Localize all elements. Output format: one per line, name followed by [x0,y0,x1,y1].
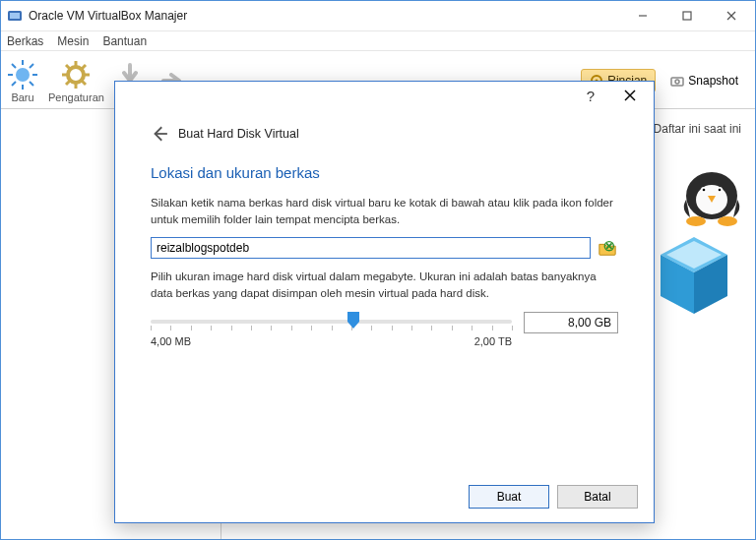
disk-size-input[interactable] [524,312,618,333]
svg-point-6 [16,68,30,82]
svg-line-11 [12,64,16,68]
titlebar: Oracle VM VirtualBox Manajer [1,1,755,30]
create-vdi-dialog: ? Buat Hard Disk Virtual Lokasi dan ukur… [114,81,655,523]
toolbar-settings-label: Pengaturan [48,91,104,103]
folder-icon [598,238,617,258]
close-button[interactable] [709,2,753,30]
svg-rect-3 [683,12,691,20]
file-description: Silakan ketik nama berkas hard disk virt… [151,195,618,227]
app-icon [7,8,23,24]
minimize-button[interactable] [620,2,664,30]
slider-thumb[interactable] [346,312,361,330]
disk-name-input[interactable] [151,237,591,259]
gear-icon [60,59,92,90]
svg-line-12 [30,82,33,86]
dialog-close-button[interactable] [610,83,650,108]
menu-file[interactable]: Berkas [7,31,43,50]
svg-rect-1 [10,13,20,19]
toolbar-new[interactable]: Baru [7,59,38,103]
svg-point-37 [718,216,737,226]
browse-folder-button[interactable] [597,237,618,259]
wizard-title: Buat Hard Disk Virtual [178,127,299,141]
menubar: Berkas Mesin Bantuan [1,30,755,50]
svg-line-21 [82,81,86,85]
svg-line-22 [82,65,86,69]
svg-rect-27 [671,78,683,86]
snapshot-toggle[interactable]: Snapshot [662,69,747,92]
svg-point-36 [686,216,706,226]
cancel-button[interactable]: Batal [557,485,638,509]
section-heading: Lokasi dan ukuran berkas [151,164,618,181]
toolbar-new-label: Baru [11,91,33,103]
create-button[interactable]: Buat [469,485,549,509]
menu-help[interactable]: Bantuan [102,31,147,50]
toolbar-settings[interactable]: Pengaturan [48,59,104,103]
snapshot-label: Snapshot [688,74,738,88]
slider-min-label: 4,00 MB [151,335,191,347]
window-title: Oracle VM VirtualBox Manajer [29,9,620,23]
virtualbox-mascot [643,166,751,324]
slider-max-label: 2,00 TB [474,335,512,347]
back-button[interactable] [151,125,168,143]
maximize-button[interactable] [664,2,709,30]
menu-machine[interactable]: Mesin [57,31,89,50]
svg-point-32 [703,189,706,192]
sun-new-icon [7,59,38,90]
svg-line-13 [30,64,33,68]
svg-line-20 [66,65,70,69]
svg-line-14 [12,82,16,86]
svg-line-23 [66,81,70,85]
size-slider[interactable]: 4,00 MB 2,00 TB [151,312,618,347]
svg-point-34 [719,189,722,192]
svg-point-28 [675,80,679,84]
dialog-titlebar: ? [115,82,654,109]
dialog-help-button[interactable]: ? [571,83,610,108]
camera-icon [670,74,684,88]
size-description: Pilih ukuran image hard disk virtual dal… [151,269,618,301]
svg-point-24 [73,72,79,78]
